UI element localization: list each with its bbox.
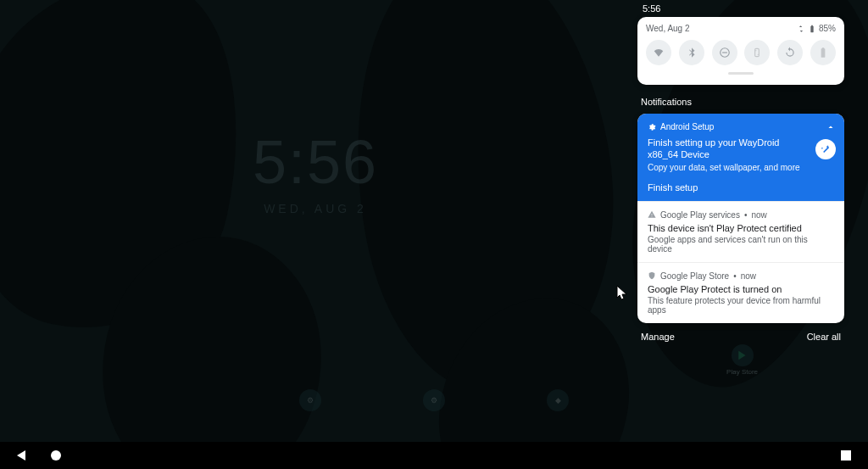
- notif-title: Finish setting up your WayDroid x86_64 D…: [648, 137, 834, 161]
- statusbar-time: 5:56: [637, 0, 844, 17]
- notif-action-finish-setup[interactable]: Finish setup: [648, 182, 834, 193]
- data-icon: [797, 25, 805, 33]
- qs-tile-wifi[interactable]: [646, 40, 671, 65]
- svg-point-3: [756, 50, 757, 51]
- qs-tile-sync[interactable]: [777, 40, 803, 65]
- notif-time: now: [751, 210, 766, 220]
- qs-drag-handle[interactable]: [728, 72, 754, 75]
- wand-icon: [820, 143, 832, 155]
- notification-android-setup[interactable]: Android Setup Finish setting up your Way…: [637, 114, 844, 202]
- home-dock: ⚙ ⚙ ◆: [0, 389, 868, 411]
- notif-subtitle: This feature protects your device from h…: [648, 296, 834, 315]
- dnd-icon: [719, 47, 731, 59]
- battery-icon: [808, 25, 816, 33]
- notifications-header: Notifications: [637, 85, 844, 114]
- recents-button[interactable]: [841, 450, 851, 461]
- notif-app-name: Google Play services: [660, 210, 740, 220]
- app-icon-1[interactable]: ⚙: [299, 389, 321, 411]
- svg-rect-2: [755, 48, 760, 56]
- notif-app-name: Google Play Store: [660, 271, 729, 281]
- notif-title: This device isn't Play Protect certified: [648, 223, 834, 233]
- qs-tile-bluetooth[interactable]: [679, 40, 704, 65]
- svg-point-4: [758, 54, 759, 55]
- notif-time: now: [741, 271, 756, 281]
- notification-shade[interactable]: 5:56 Wed, Aug 2 85%: [637, 0, 844, 350]
- battery-saver-icon: [817, 47, 829, 59]
- shield-icon: [648, 271, 656, 280]
- wifi-icon: [653, 47, 665, 59]
- qs-tile-rotate[interactable]: [744, 40, 770, 65]
- chevron-up-icon: [826, 122, 836, 132]
- notification-list: Android Setup Finish setting up your Way…: [637, 114, 844, 323]
- manage-button[interactable]: Manage: [641, 332, 675, 342]
- navigation-bar: [0, 442, 868, 469]
- collapse-button[interactable]: [826, 122, 836, 132]
- svg-rect-1: [722, 52, 727, 53]
- gear-icon: [648, 123, 656, 131]
- qs-battery: 85%: [797, 24, 836, 33]
- home-button[interactable]: [51, 450, 61, 461]
- play-store-label: Play Store: [726, 368, 758, 376]
- shade-actions: Manage Clear all: [637, 323, 844, 350]
- bluetooth-icon: [686, 47, 698, 59]
- setup-wand-badge: [815, 139, 836, 159]
- app-icon-3[interactable]: ◆: [547, 389, 569, 411]
- qs-date: Wed, Aug 2: [646, 24, 690, 33]
- sync-icon: [784, 47, 796, 59]
- notif-subtitle: Google apps and services can't run on th…: [648, 235, 834, 254]
- rotate-icon: [751, 47, 763, 59]
- qs-tiles: [646, 40, 836, 65]
- notification-play-store[interactable]: Google Play Store • now Google Play Prot…: [637, 263, 844, 323]
- back-button[interactable]: [17, 450, 25, 461]
- qs-battery-pct: 85%: [819, 24, 836, 33]
- notif-subtitle: Copy your data, set wallpaper, and more: [648, 163, 834, 172]
- qs-tile-battery-saver[interactable]: [810, 40, 836, 65]
- notification-play-services[interactable]: Google Play services • now This device i…: [637, 202, 844, 263]
- clear-all-button[interactable]: Clear all: [807, 332, 841, 342]
- notif-title: Google Play Protect is turned on: [648, 284, 834, 294]
- qs-tile-dnd[interactable]: [712, 40, 737, 65]
- warning-icon: [648, 210, 656, 219]
- app-icon-2[interactable]: ⚙: [423, 389, 445, 411]
- notif-app-name: Android Setup: [660, 122, 714, 131]
- quick-settings-panel: Wed, Aug 2 85%: [637, 17, 844, 85]
